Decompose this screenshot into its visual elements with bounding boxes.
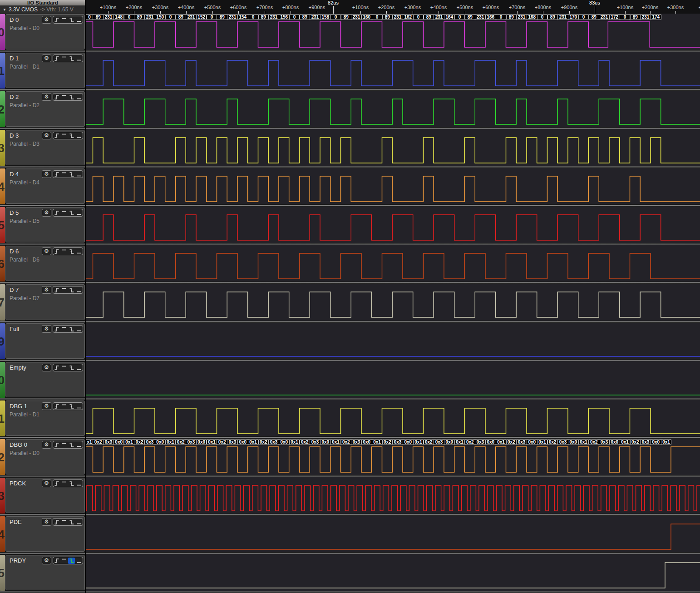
high-level-trigger-button[interactable] [61, 558, 68, 564]
channel-panel-d-1[interactable]: D 1⚙Parallel - D1 [5, 53, 85, 88]
high-level-trigger-button[interactable] [61, 480, 68, 487]
rising-edge-trigger-button[interactable] [54, 365, 60, 371]
rising-edge-trigger-button[interactable] [54, 133, 60, 139]
falling-edge-trigger-button[interactable] [68, 558, 75, 564]
falling-edge-trigger-button[interactable] [68, 365, 75, 371]
falling-edge-trigger-button[interactable] [68, 403, 75, 410]
low-level-trigger-button[interactable] [75, 558, 82, 564]
falling-edge-trigger-button[interactable] [68, 55, 75, 62]
timeline-ruler[interactable]: +100ns+200ns+300ns+400ns+500ns+600ns+700… [85, 0, 700, 14]
waveform-prdy[interactable] [85, 554, 700, 593]
high-level-trigger-button[interactable] [61, 94, 68, 100]
channel-panel-d-0[interactable]: D 0⚙Parallel - D0 [5, 14, 85, 49]
rising-edge-trigger-button[interactable] [54, 442, 60, 448]
low-level-trigger-button[interactable] [75, 519, 82, 525]
falling-edge-trigger-button[interactable] [68, 480, 75, 487]
rising-edge-trigger-button[interactable] [54, 519, 60, 525]
channel-panel-d-7[interactable]: D 7⚙Parallel - D7 [5, 284, 85, 320]
gear-icon[interactable]: ⚙ [42, 209, 51, 217]
channel-panel-d-4[interactable]: D 4⚙Parallel - D4 [5, 168, 85, 204]
channel-panel-empty[interactable]: Empty⚙ [5, 362, 85, 397]
low-level-trigger-button[interactable] [75, 171, 82, 178]
low-level-trigger-button[interactable] [75, 210, 82, 216]
channel-panel-d-2[interactable]: D 2⚙Parallel - D2 [5, 91, 85, 127]
gear-icon[interactable]: ⚙ [42, 441, 51, 449]
falling-edge-trigger-button[interactable] [68, 519, 75, 525]
falling-edge-trigger-button[interactable] [68, 94, 75, 100]
low-level-trigger-button[interactable] [75, 133, 82, 139]
io-standard-row[interactable]: ▼ 3.3V CMOS -> Vth: 1.65 V [0, 5, 85, 14]
gear-icon[interactable]: ⚙ [42, 16, 51, 24]
waveform-d-2[interactable] [85, 91, 700, 129]
waveform-d-3[interactable] [85, 129, 700, 168]
rising-edge-trigger-button[interactable] [54, 171, 60, 178]
waveform-pde[interactable] [85, 516, 700, 554]
high-level-trigger-button[interactable] [61, 519, 68, 525]
waveform-d-7[interactable] [85, 284, 700, 323]
channel-panel-full[interactable]: Full⚙ [5, 323, 85, 359]
waveform-d-1[interactable] [85, 52, 700, 91]
rising-edge-trigger-button[interactable] [54, 403, 60, 410]
high-level-trigger-button[interactable] [61, 248, 68, 255]
channel-panel-prdy[interactable]: PRDY⚙ [5, 555, 85, 590]
gear-icon[interactable]: ⚙ [42, 518, 51, 526]
gear-icon[interactable]: ⚙ [42, 402, 51, 410]
gear-icon[interactable]: ⚙ [42, 247, 51, 255]
gear-icon[interactable]: ⚙ [42, 132, 51, 139]
high-level-trigger-button[interactable] [61, 365, 68, 371]
rising-edge-trigger-button[interactable] [54, 55, 60, 62]
rising-edge-trigger-button[interactable] [54, 480, 60, 487]
falling-edge-trigger-button[interactable] [68, 442, 75, 448]
falling-edge-trigger-button[interactable] [68, 248, 75, 255]
low-level-trigger-button[interactable] [75, 287, 82, 293]
waveform-d-4[interactable] [85, 168, 700, 207]
waveform-pdck[interactable] [85, 477, 700, 516]
collapse-arrow-icon[interactable]: ▼ [3, 8, 6, 12]
high-level-trigger-button[interactable] [61, 55, 68, 62]
low-level-trigger-button[interactable] [75, 403, 82, 410]
high-level-trigger-button[interactable] [61, 287, 68, 293]
falling-edge-trigger-button[interactable] [68, 210, 75, 216]
rising-edge-trigger-button[interactable] [54, 94, 60, 100]
gear-icon[interactable]: ⚙ [42, 364, 51, 371]
low-level-trigger-button[interactable] [75, 17, 82, 23]
high-level-trigger-button[interactable] [61, 210, 68, 216]
rising-edge-trigger-button[interactable] [54, 287, 60, 293]
high-level-trigger-button[interactable] [61, 442, 68, 448]
rising-edge-trigger-button[interactable] [54, 210, 60, 216]
waveform-empty[interactable] [85, 361, 700, 400]
high-level-trigger-button[interactable] [61, 133, 68, 139]
low-level-trigger-button[interactable] [75, 442, 82, 448]
falling-edge-trigger-button[interactable] [68, 287, 75, 293]
low-level-trigger-button[interactable] [75, 248, 82, 255]
low-level-trigger-button[interactable] [75, 326, 82, 332]
falling-edge-trigger-button[interactable] [68, 171, 75, 178]
low-level-trigger-button[interactable] [75, 94, 82, 100]
low-level-trigger-button[interactable] [75, 365, 82, 371]
waveform-d-6[interactable] [85, 245, 700, 284]
gear-icon[interactable]: ⚙ [42, 286, 51, 294]
gear-icon[interactable]: ⚙ [42, 557, 51, 564]
waveform-dbg-1[interactable] [85, 400, 700, 439]
rising-edge-trigger-button[interactable] [54, 558, 60, 564]
gear-icon[interactable]: ⚙ [42, 479, 51, 487]
channel-panel-d-5[interactable]: D 5⚙Parallel - D5 [5, 207, 85, 242]
channel-panel-dbg-1[interactable]: DBG 1⚙Parallel - D1 [5, 400, 85, 436]
waveform-d-5[interactable] [85, 207, 700, 245]
channel-panel-pde[interactable]: PDE⚙ [5, 516, 85, 552]
falling-edge-trigger-button[interactable] [68, 326, 75, 332]
channel-panel-pdck[interactable]: PDCK⚙ [5, 478, 85, 513]
channel-panel-d-3[interactable]: D 3⚙Parallel - D3 [5, 130, 85, 165]
falling-edge-trigger-button[interactable] [68, 17, 75, 23]
high-level-trigger-button[interactable] [61, 326, 68, 332]
gear-icon[interactable]: ⚙ [42, 93, 51, 101]
channel-panel-dbg-0[interactable]: DBG 0⚙Parallel - D0 [5, 439, 85, 474]
gear-icon[interactable]: ⚙ [42, 325, 51, 333]
rising-edge-trigger-button[interactable] [54, 326, 60, 332]
rising-edge-trigger-button[interactable] [54, 248, 60, 255]
high-level-trigger-button[interactable] [61, 403, 68, 410]
channel-panel-d-6[interactable]: D 6⚙Parallel - D6 [5, 246, 85, 281]
gear-icon[interactable]: ⚙ [42, 54, 51, 62]
falling-edge-trigger-button[interactable] [68, 133, 75, 139]
high-level-trigger-button[interactable] [61, 171, 68, 178]
